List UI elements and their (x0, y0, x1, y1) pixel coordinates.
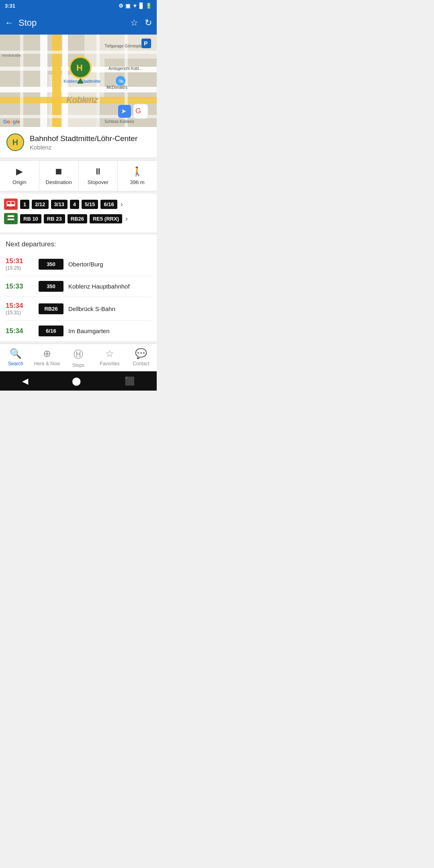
nav-favorites[interactable]: ☆ Favorites (94, 344, 125, 371)
favorite-button[interactable]: ☆ (130, 18, 138, 28)
signal-icon: ▊ (139, 3, 143, 9)
departures-section: Next departures: 15:31 (15:25) 350 Obert… (0, 235, 157, 341)
time-display-3: 15:34 (6, 302, 34, 310)
destination-button[interactable]: ⏹ Destination (39, 161, 79, 191)
here-now-icon: ⊕ (43, 348, 51, 359)
time-display-1: 15:31 (6, 257, 34, 265)
departure-time-1: 15:31 (15:25) (6, 257, 34, 271)
svg-rect-5 (40, 35, 47, 127)
svg-rect-38 (11, 202, 14, 204)
bus-line-2-12[interactable]: 2/12 (32, 200, 48, 209)
stopover-button[interactable]: ⏸ Stopover (79, 161, 118, 191)
time-display-2: 15:33 (6, 283, 34, 291)
recents-system-button[interactable]: ⬛ (125, 376, 135, 386)
bus-line-5-15[interactable]: 5/15 (82, 200, 98, 209)
svg-rect-43 (7, 217, 14, 219)
walk-icon: 🚶 (132, 166, 143, 177)
svg-rect-37 (7, 202, 10, 204)
destination-1: Obertor/Burg (68, 261, 103, 268)
origin-button[interactable]: ▶ Origin (0, 161, 39, 191)
svg-text:G: G (135, 107, 141, 115)
page-title: Stop (18, 18, 124, 28)
battery-icon: 🔋 (145, 3, 152, 9)
nav-contact[interactable]: 💬 Contact (125, 344, 157, 371)
wifi-icon: ▼ (132, 3, 137, 9)
nav-stops[interactable]: Ⓗ Stops (63, 344, 94, 371)
train-lines-row: RB 10 RB 23 RB26 RE5 (RRX) › (4, 213, 153, 224)
status-bar: 3:31 ⚙ ▣ ▼ ▊ 🔋 (0, 0, 157, 11)
origin-label: Origin (12, 179, 27, 185)
svg-text:Tiefgarage Görresplatz: Tiefgarage Görresplatz (104, 44, 145, 48)
bus-line-3-13[interactable]: 3/13 (51, 200, 68, 209)
svg-text:Schloss Koblenz: Schloss Koblenz (104, 119, 134, 124)
train-line-rb10[interactable]: RB 10 (20, 214, 41, 223)
scheduled-time-1: (15:25) (6, 265, 34, 271)
sim-icon: ▣ (125, 3, 130, 9)
svg-text:Amtsgericht Kobl...: Amtsgericht Kobl... (108, 66, 142, 71)
status-icons: ⚙ ▣ ▼ ▊ 🔋 (119, 3, 152, 9)
stop-info-card: H Bahnhof Stadtmitte/Löhr-Center Koblenz (0, 127, 157, 158)
svg-point-39 (7, 207, 9, 208)
nav-search[interactable]: 🔍 Search (0, 344, 31, 371)
bus-icon (4, 199, 18, 210)
train-line-re5[interactable]: RE5 (RRX) (90, 214, 122, 223)
home-system-button[interactable]: ⬤ (72, 376, 81, 386)
svg-point-40 (13, 207, 14, 208)
refresh-button[interactable]: ↻ (145, 18, 152, 28)
destination-label: Destination (46, 179, 72, 185)
svg-text:H: H (76, 63, 83, 73)
svg-rect-10 (52, 35, 61, 127)
search-icon: 🔍 (10, 348, 22, 359)
destination-4: Im Baumgarten (68, 328, 110, 334)
train-line-rb26[interactable]: RB26 (68, 214, 87, 223)
lines-section: 1 2/12 3/13 4 5/15 6/16 › RB 10 RB 23 RB… (0, 194, 157, 232)
back-button[interactable]: ← (5, 18, 14, 28)
svg-rect-15 (0, 51, 157, 54)
status-time: 3:31 (5, 3, 15, 9)
distance-button[interactable]: 🚶 396 m (118, 161, 157, 191)
train-lines-more[interactable]: › (125, 215, 128, 223)
departure-row[interactable]: 15:33 350 Koblenz Hauptbahnhof (6, 276, 151, 297)
stop-details: Bahnhof Stadtmitte/Löhr-Center Koblenz (30, 134, 137, 151)
train-icon (4, 213, 18, 224)
bottom-nav: 🔍 Search ⊕ Here & Now Ⓗ Stops ☆ Favorite… (0, 344, 157, 371)
departures-title: Next departures: (6, 240, 151, 248)
app-bar: ← Stop ☆ ↻ (0, 11, 157, 35)
svg-rect-3 (104, 59, 157, 99)
nav-search-label: Search (8, 361, 23, 366)
nav-contact-label: Contact (133, 361, 149, 366)
bus-lines-more[interactable]: › (121, 200, 123, 209)
nav-favorites-label: Favorites (100, 361, 119, 366)
system-nav: ◀ ⬤ ⬛ (0, 371, 157, 391)
time-display-4: 15:34 (6, 327, 34, 335)
back-system-button[interactable]: ◀ (22, 376, 28, 386)
stop-icon: H (6, 133, 24, 151)
distance-label: 396 m (130, 179, 145, 185)
google-logo: Google (3, 119, 20, 125)
departure-row[interactable]: 15:34 6/16 Im Baumgarten (6, 321, 151, 341)
favorites-icon: ☆ (105, 348, 114, 359)
svg-text:Koblenz: Koblenz (66, 95, 99, 105)
bus-lines-row: 1 2/12 3/13 4 5/15 6/16 › (4, 199, 153, 210)
map-view[interactable]: Koblenz Koblenz Stadtmitte Tiefgarage Gö… (0, 35, 157, 127)
bus-line-1[interactable]: 1 (20, 200, 29, 209)
departure-time-3: 15:34 (15:31) (6, 302, 34, 315)
destination-2: Koblenz Hauptbahnhof (68, 283, 130, 290)
nav-here-now-label: Here & Now (34, 361, 60, 366)
svg-text:🛍: 🛍 (119, 78, 123, 84)
svg-text:McDonald's: McDonald's (106, 85, 127, 90)
departure-row[interactable]: 15:34 (15:31) RB26 Dellbrück S-Bahn (6, 297, 151, 321)
bus-line-4[interactable]: 4 (70, 200, 79, 209)
destination-icon: ⏹ (54, 166, 63, 177)
nav-here-now[interactable]: ⊕ Here & Now (31, 344, 63, 371)
bus-line-6-16[interactable]: 6/16 (100, 200, 117, 209)
stopover-label: Stopover (88, 179, 108, 185)
stopover-icon: ⏸ (94, 166, 102, 177)
train-line-rb23[interactable]: RB 23 (44, 214, 65, 223)
origin-icon: ▶ (16, 166, 23, 177)
svg-text:➤: ➤ (121, 108, 126, 115)
departure-row[interactable]: 15:31 (15:25) 350 Obertor/Burg (6, 252, 151, 276)
svg-text:Yorckstraße: Yorckstraße (2, 53, 21, 57)
stop-name: Bahnhof Stadtmitte/Löhr-Center (30, 134, 137, 143)
svg-rect-8 (0, 87, 157, 92)
